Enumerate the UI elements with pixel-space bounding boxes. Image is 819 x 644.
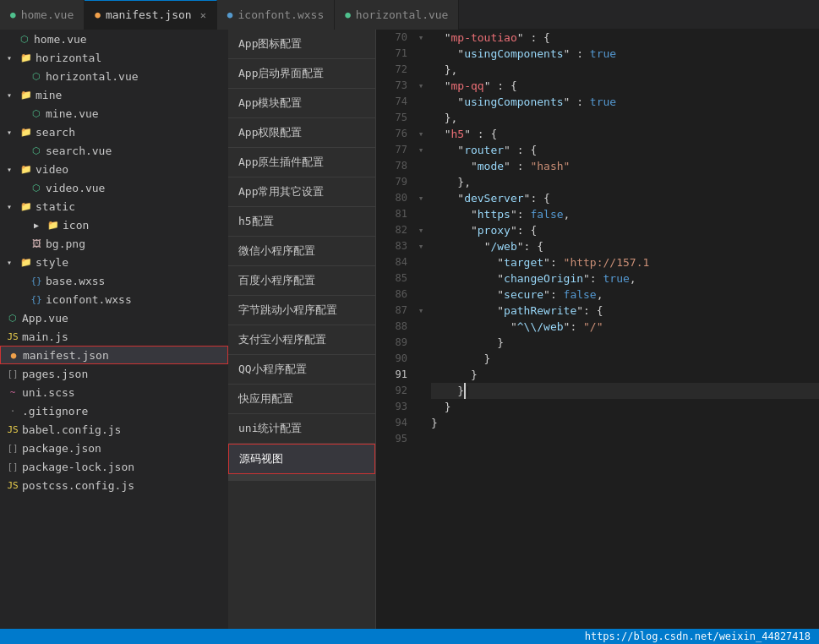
json-file-icon: ●: [8, 350, 19, 361]
line-num-83: 83: [376, 238, 407, 254]
code-line-74: "usingComponents" : true: [431, 94, 819, 110]
sidebar-item-main-js[interactable]: JS main.js: [0, 327, 228, 346]
chevron-down-icon: ▾: [7, 128, 17, 137]
fold-btn-87[interactable]: ▾: [414, 303, 428, 319]
code-line-85: "changeOrigin": true,: [431, 270, 819, 287]
js-file-icon: JS: [7, 480, 19, 491]
sidebar-item-base-wxss[interactable]: {} base.wxss: [0, 271, 228, 290]
sidebar-item-postcss-config[interactable]: JS postcss.config.js: [0, 476, 228, 494]
folder-icon: 📁: [47, 220, 59, 231]
horizontal-scrollbar[interactable]: [228, 474, 375, 481]
line-num-78: 78: [376, 158, 407, 174]
fold-btn-94: [414, 415, 428, 431]
sidebar-item-horizontal-folder[interactable]: ▾ 📁 horizontal: [0, 48, 228, 67]
sidebar-item-search-folder[interactable]: ▾ 📁 search: [0, 123, 228, 141]
sidebar-item-package-json[interactable]: [] package.json: [0, 439, 228, 457]
settings-item-app-icon[interactable]: App图标配置: [228, 30, 375, 59]
settings-item-quickapp[interactable]: 快应用配置: [228, 385, 375, 414]
settings-item-app-permissions[interactable]: App权限配置: [228, 118, 375, 148]
sidebar-item-uni-scss[interactable]: ~ uni.scss: [0, 383, 228, 401]
settings-item-app-other[interactable]: App常用其它设置: [228, 177, 375, 207]
fold-btn-78: [414, 158, 428, 174]
code-panel[interactable]: 70 71 72 73 74 75 76 77 78 79 80 81 82 8…: [376, 30, 819, 629]
folder-icon: 📁: [20, 90, 32, 101]
code-line-90: }: [431, 351, 819, 367]
sidebar-item-home-vue[interactable]: ⬡ home.vue: [0, 30, 228, 48]
sidebar-item-app-vue[interactable]: ⬡ App.vue: [0, 308, 228, 327]
fold-btn-93: [414, 399, 428, 415]
sidebar-item-style-folder[interactable]: ▾ 📁 style: [0, 253, 228, 271]
fold-btn-72: [414, 62, 428, 78]
sidebar-item-search-vue[interactable]: ⬡ search.vue: [0, 141, 228, 160]
code-line-94: }: [431, 415, 819, 431]
fold-btn-76[interactable]: ▾: [414, 126, 428, 142]
tab-home-vue[interactable]: ● home.vue: [0, 0, 85, 30]
line-num-77: 77: [376, 142, 407, 158]
tab-close-button[interactable]: ✕: [200, 9, 206, 21]
line-num-81: 81: [376, 206, 407, 222]
fold-btn-79: [414, 174, 428, 190]
sidebar-item-gitignore[interactable]: · .gitignore: [0, 401, 228, 420]
settings-item-qq[interactable]: QQ小程序配置: [228, 355, 375, 385]
json-file-icon: []: [7, 461, 19, 472]
fold-btn-95: [414, 431, 428, 447]
fold-btn-71: [414, 46, 428, 62]
sidebar-item-mine-vue[interactable]: ⬡ mine.vue: [0, 104, 228, 123]
chevron-down-icon: ▾: [7, 53, 17, 63]
settings-panel: App图标配置 App启动界面配置 App模块配置 App权限配置 App原生插…: [228, 30, 376, 629]
fold-btn-92: [414, 383, 428, 399]
sidebar-item-horizontal-vue[interactable]: ⬡ horizontal.vue: [0, 67, 228, 85]
fold-btn-70[interactable]: ▾: [414, 30, 428, 46]
sidebar-item-package-lock-json[interactable]: [] package-lock.json: [0, 457, 228, 476]
sidebar-item-static-folder[interactable]: ▾ 📁 static: [0, 197, 228, 216]
fold-btn-82[interactable]: ▾: [414, 222, 428, 238]
wxss-icon: {}: [30, 276, 42, 287]
sidebar-item-mine-folder[interactable]: ▾ 📁 mine: [0, 85, 228, 104]
sidebar-item-video-vue[interactable]: ⬡ video.vue: [0, 178, 228, 197]
sidebar-item-manifest-json[interactable]: ● manifest.json: [0, 346, 228, 364]
sidebar-item-iconfont-wxss[interactable]: {} iconfont.wxss: [0, 290, 228, 308]
vue-file-icon: ⬡: [19, 34, 30, 45]
settings-item-app-modules[interactable]: App模块配置: [228, 89, 375, 118]
tab-label: home.vue: [21, 8, 74, 21]
tab-iconfont-wxss[interactable]: ● iconfont.wxss: [217, 0, 335, 30]
plain-file-icon: ·: [7, 406, 19, 417]
scss-file-icon: ~: [7, 387, 19, 398]
fold-btn-88: [414, 319, 428, 335]
chevron-down-icon: ▾: [7, 90, 17, 100]
fold-btn-77[interactable]: ▾: [414, 142, 428, 158]
tab-manifest-json[interactable]: ● manifest.json ✕: [85, 0, 217, 30]
fold-btn-83[interactable]: ▾: [414, 238, 428, 254]
code-line-73: "mp-qq" : {: [431, 78, 819, 94]
sidebar-item-icon-folder[interactable]: ▶ 📁 icon: [0, 216, 228, 234]
settings-item-uni-stats[interactable]: uni统计配置: [228, 414, 375, 444]
tab-bar: ● home.vue ● manifest.json ✕ ● iconfont.…: [0, 0, 819, 30]
fold-btn-73[interactable]: ▾: [414, 78, 428, 94]
vue-file-icon: ⬡: [30, 183, 42, 194]
sidebar-item-pages-json[interactable]: [] pages.json: [0, 364, 228, 383]
chevron-down-icon: ▾: [7, 165, 17, 174]
vue-file-icon: ⬡: [30, 108, 42, 119]
settings-item-h5[interactable]: h5配置: [228, 207, 375, 237]
settings-item-source-view[interactable]: 源码视图: [228, 444, 375, 474]
fold-btn-85: [414, 270, 428, 287]
tab-horizontal-vue[interactable]: ● horizontal.vue: [335, 0, 459, 30]
line-num-71: 71: [376, 46, 407, 62]
sidebar-item-video-folder[interactable]: ▾ 📁 video: [0, 160, 228, 178]
settings-item-bytedance[interactable]: 字节跳动小程序配置: [228, 296, 375, 325]
settings-item-app-splash[interactable]: App启动界面配置: [228, 59, 375, 89]
tab-label: iconfont.wxss: [238, 8, 324, 21]
code-line-84: "target": "http://157.1: [431, 254, 819, 270]
sidebar-item-babel-config[interactable]: JS babel.config.js: [0, 420, 228, 439]
sidebar-item-bg-png[interactable]: 🖼 bg.png: [0, 234, 228, 253]
code-line-87: "pathRewrite": {: [431, 303, 819, 319]
code-line-82: "proxy": {: [431, 222, 819, 238]
settings-item-weixin[interactable]: 微信小程序配置: [228, 237, 375, 266]
settings-item-app-native-plugins[interactable]: App原生插件配置: [228, 148, 375, 177]
line-num-82: 82: [376, 222, 407, 238]
settings-item-baidu[interactable]: 百度小程序配置: [228, 266, 375, 296]
line-num-74: 74: [376, 94, 407, 110]
settings-item-alipay[interactable]: 支付宝小程序配置: [228, 325, 375, 355]
fold-btn-80[interactable]: ▾: [414, 190, 428, 206]
tab-label: horizontal.vue: [356, 8, 449, 21]
